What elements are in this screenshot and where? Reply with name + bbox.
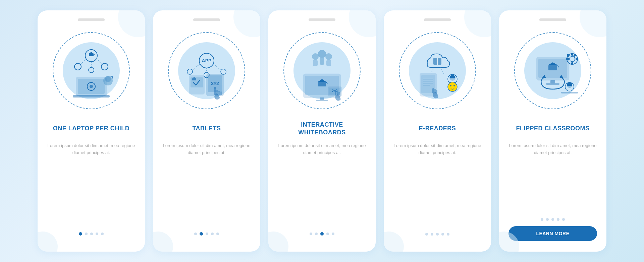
svg-rect-53 xyxy=(335,90,336,95)
svg-point-84 xyxy=(570,56,575,62)
dot[interactable] xyxy=(194,233,197,235)
card-title-flipped: FLIPPED CLASSROOMS xyxy=(516,120,589,137)
svg-point-72 xyxy=(453,85,455,86)
svg-rect-40 xyxy=(313,60,318,66)
svg-line-57 xyxy=(441,67,444,74)
svg-point-15 xyxy=(101,63,108,70)
dot[interactable] xyxy=(551,218,554,221)
dot[interactable] xyxy=(310,233,312,235)
illustration-ereaders xyxy=(394,27,481,114)
card-title-ereaders: E-READERS xyxy=(419,120,456,137)
svg-rect-36 xyxy=(220,91,222,95)
laptop-illustration xyxy=(58,37,125,104)
card-decoration-2 xyxy=(153,232,173,252)
svg-point-14 xyxy=(74,63,81,70)
flipped-illustration xyxy=(519,37,586,104)
illustration-tablets: APP 2×2 = xyxy=(163,27,250,114)
card-decoration-2 xyxy=(38,232,58,252)
svg-rect-73 xyxy=(432,88,434,93)
svg-point-6 xyxy=(105,76,111,82)
svg-rect-35 xyxy=(218,91,220,95)
svg-line-20 xyxy=(213,64,222,71)
svg-rect-46 xyxy=(316,100,328,101)
dot[interactable] xyxy=(101,233,104,235)
dot[interactable] xyxy=(216,233,219,235)
svg-rect-80 xyxy=(548,65,557,70)
card-desc-ereaders: Lorem ipsum dolor sit dim amet, mea regi… xyxy=(393,142,482,226)
tablets-illustration: APP 2×2 = xyxy=(173,37,240,104)
svg-point-70 xyxy=(448,82,457,91)
card-notch xyxy=(193,18,220,21)
svg-rect-54 xyxy=(337,91,338,95)
svg-text:2×2: 2×2 xyxy=(211,81,219,86)
svg-rect-95 xyxy=(561,92,578,93)
card-decoration-2 xyxy=(384,232,404,252)
svg-rect-78 xyxy=(550,80,555,83)
svg-rect-41 xyxy=(320,58,324,65)
dot[interactable] xyxy=(425,233,428,236)
dot[interactable] xyxy=(541,218,543,221)
svg-rect-93 xyxy=(567,83,572,86)
svg-rect-74 xyxy=(434,89,436,93)
learn-more-button[interactable]: LEARN MORE xyxy=(508,226,597,241)
svg-rect-86 xyxy=(571,62,573,65)
svg-text:APP: APP xyxy=(202,58,212,63)
dots-flipped xyxy=(541,218,565,221)
dot[interactable] xyxy=(211,233,214,235)
svg-rect-31 xyxy=(192,78,196,80)
svg-rect-8 xyxy=(89,54,94,56)
card-whiteboards: 2×2 INTERACTIVE WHITEBOARDS Lorem ipsum … xyxy=(268,10,376,252)
svg-point-16 xyxy=(89,67,94,73)
card-title-whiteboards: INTERACTIVE WHITEBOARDS xyxy=(278,120,366,137)
dot-active[interactable] xyxy=(79,232,82,236)
illustration-whiteboards: 2×2 xyxy=(278,27,366,114)
dot[interactable] xyxy=(332,233,334,235)
dots-tablets xyxy=(194,232,219,236)
cards-container: ONE LAPTOP PER CHILD Lorem ipsum dolor s… xyxy=(17,4,627,258)
svg-rect-55 xyxy=(338,92,340,95)
dot[interactable] xyxy=(436,233,439,236)
dot[interactable] xyxy=(441,233,444,236)
dot-active[interactable] xyxy=(200,232,203,236)
dot-active[interactable] xyxy=(320,232,324,236)
dot[interactable] xyxy=(206,233,208,235)
svg-rect-47 xyxy=(318,82,326,86)
svg-point-39 xyxy=(325,53,332,60)
card-desc-flipped: Lorem ipsum dolor sit dim amet, mea regi… xyxy=(508,142,597,211)
dot[interactable] xyxy=(96,233,98,235)
dot[interactable] xyxy=(85,233,88,235)
svg-rect-68 xyxy=(450,76,455,78)
card-notch xyxy=(309,18,335,21)
svg-rect-2 xyxy=(73,95,110,97)
svg-point-37 xyxy=(312,53,319,60)
card-desc-whiteboards: Lorem ipsum dolor sit dim amet, mea regi… xyxy=(278,142,366,225)
dot[interactable] xyxy=(431,233,433,236)
svg-point-71 xyxy=(450,85,451,86)
svg-point-38 xyxy=(318,50,326,58)
svg-rect-34 xyxy=(216,90,218,95)
svg-rect-79 xyxy=(546,83,559,85)
dot[interactable] xyxy=(447,233,449,236)
dot[interactable] xyxy=(546,218,549,221)
dot[interactable] xyxy=(90,233,93,235)
card-flipped-classrooms: FLIPPED CLASSROOMS Lorem ipsum dolor sit… xyxy=(499,10,606,252)
card-notch xyxy=(424,18,451,21)
svg-rect-45 xyxy=(320,97,324,100)
svg-rect-85 xyxy=(571,53,573,56)
card-tablets: APP 2×2 = xyxy=(153,10,260,252)
svg-line-19 xyxy=(192,64,200,71)
card-notch xyxy=(539,18,566,21)
dot[interactable] xyxy=(326,233,329,235)
dot[interactable] xyxy=(562,218,565,221)
dot[interactable] xyxy=(315,233,318,235)
dot[interactable] xyxy=(557,218,559,221)
svg-rect-33 xyxy=(214,89,216,95)
dots-ereaders xyxy=(425,233,449,236)
illustration-flipped xyxy=(509,27,596,114)
card-ereaders: E-READERS Lorem ipsum dolor sit dim amet… xyxy=(384,10,491,252)
card-laptop-per-child: ONE LAPTOP PER CHILD Lorem ipsum dolor s… xyxy=(38,10,145,252)
whiteboard-illustration: 2×2 xyxy=(288,37,356,104)
card-desc-tablets: Lorem ipsum dolor sit dim amet, mea regi… xyxy=(162,142,251,225)
dots-laptop xyxy=(79,232,104,236)
card-desc-laptop: Lorem ipsum dolor sit dim amet, mea regi… xyxy=(47,142,136,225)
